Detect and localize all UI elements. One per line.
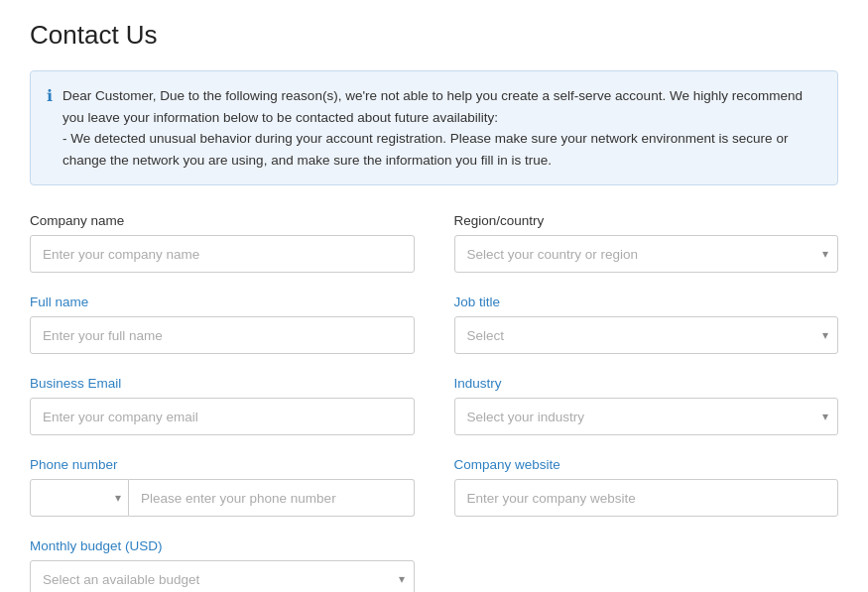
business-email-group: Business Email xyxy=(30,376,415,435)
job-title-select[interactable]: Select xyxy=(454,316,839,354)
job-title-label: Job title xyxy=(454,295,839,309)
business-email-label: Business Email xyxy=(30,376,415,391)
company-website-label: Company website xyxy=(454,457,839,472)
industry-select[interactable]: Select your industry xyxy=(454,398,839,435)
banner-text-main: Dear Customer, Due to the following reas… xyxy=(62,88,803,125)
info-banner: ℹ Dear Customer, Due to the following re… xyxy=(30,70,838,185)
page-title: Contact Us xyxy=(30,20,838,51)
company-name-input[interactable] xyxy=(30,235,415,273)
banner-text-sub: - We detected unusual behavior during yo… xyxy=(62,131,788,168)
phone-label: Phone number xyxy=(30,457,415,472)
full-name-label: Full name xyxy=(30,295,415,309)
contact-form: Company name Region/country Select your … xyxy=(30,213,838,592)
phone-input-group: ▾ xyxy=(30,479,415,517)
company-website-group: Company website xyxy=(454,457,839,517)
banner-text: Dear Customer, Due to the following reas… xyxy=(62,85,821,171)
job-title-select-wrapper: Select ▾ xyxy=(454,316,839,354)
company-name-group: Company name xyxy=(30,213,415,273)
job-title-group: Job title Select ▾ xyxy=(454,295,839,354)
region-select-wrapper: Select your country or region ▾ xyxy=(454,235,839,273)
phone-country-select[interactable] xyxy=(30,479,129,517)
region-group: Region/country Select your country or re… xyxy=(454,213,839,273)
business-email-input[interactable] xyxy=(30,398,415,435)
full-name-input[interactable] xyxy=(30,316,415,354)
monthly-budget-label: Monthly budget (USD) xyxy=(30,538,415,553)
company-website-input[interactable] xyxy=(454,479,839,517)
monthly-budget-select-wrapper: Select an available budget ▾ xyxy=(30,560,415,592)
monthly-budget-select[interactable]: Select an available budget xyxy=(30,560,415,592)
info-icon: ℹ xyxy=(47,86,53,105)
monthly-budget-group: Monthly budget (USD) Select an available… xyxy=(30,538,415,592)
region-select[interactable]: Select your country or region xyxy=(454,235,839,273)
industry-select-wrapper: Select your industry ▾ xyxy=(454,398,839,435)
phone-group: Phone number ▾ xyxy=(30,457,415,517)
industry-group: Industry Select your industry ▾ xyxy=(454,376,839,435)
phone-country-wrapper: ▾ xyxy=(30,479,129,517)
phone-number-input[interactable] xyxy=(129,479,415,517)
company-name-label: Company name xyxy=(30,213,415,228)
industry-label: Industry xyxy=(454,376,839,391)
full-name-group: Full name xyxy=(30,295,415,354)
region-label: Region/country xyxy=(454,213,839,228)
